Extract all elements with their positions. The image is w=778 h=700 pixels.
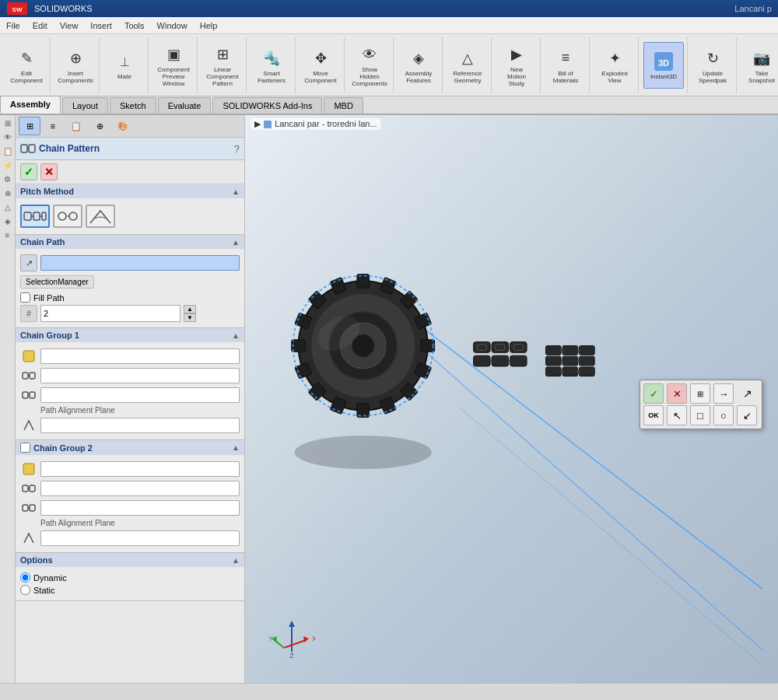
cg2-path-alignment-input[interactable] bbox=[40, 530, 240, 546]
left-icon-7[interactable]: △ bbox=[2, 201, 14, 213]
component-preview-icon: ▣ bbox=[161, 42, 186, 67]
float-cancel-button[interactable]: ✕ bbox=[667, 383, 687, 404]
mate-button[interactable]: ⟂ Mate bbox=[104, 42, 145, 89]
menu-file[interactable]: File bbox=[0, 19, 26, 32]
pitch-angle-svg bbox=[89, 208, 112, 225]
left-icon-4[interactable]: ⚡ bbox=[2, 159, 14, 171]
tabbar: Assembly Layout Sketch Evaluate SOLIDWOR… bbox=[0, 96, 778, 115]
svg-point-83 bbox=[560, 370, 563, 373]
panel-tab-appearance[interactable]: 🎨 bbox=[112, 117, 134, 135]
statusbar bbox=[0, 683, 778, 700]
tab-assembly[interactable]: Assembly bbox=[0, 96, 61, 114]
count-down-button[interactable]: ▼ bbox=[184, 313, 196, 322]
help-icon[interactable]: ? bbox=[234, 143, 240, 155]
breadcrumb-arrow: ▶ bbox=[254, 119, 263, 128]
app-title: SOLIDWORKS bbox=[34, 4, 93, 13]
chain-group2-header[interactable]: Chain Group 2 ▲ bbox=[16, 440, 244, 455]
cg1-link-input[interactable] bbox=[40, 368, 240, 383]
show-hidden-components-button[interactable]: 👁 ShowHiddenComponents bbox=[349, 40, 390, 89]
instant3d-button[interactable]: 3D Instant3D bbox=[643, 42, 684, 89]
left-icon-8[interactable]: ◈ bbox=[2, 215, 14, 227]
reference-geometry-button[interactable]: △ ReferenceGeometry bbox=[447, 42, 488, 89]
pitch-icon-distance[interactable] bbox=[53, 205, 82, 228]
left-icon-5[interactable]: ⚙ bbox=[2, 173, 14, 185]
left-icon-2[interactable]: 👁 bbox=[2, 131, 14, 143]
static-radio[interactable] bbox=[20, 585, 30, 595]
ok-button[interactable]: ✓ bbox=[20, 163, 37, 180]
take-snapshot-button[interactable]: 📷 TakeSnapshot bbox=[741, 42, 778, 89]
update-speedpak-button[interactable]: ↻ UpdateSpeedpak bbox=[692, 42, 733, 89]
pitch-icon-chain[interactable] bbox=[20, 205, 50, 228]
tab-layout[interactable]: Layout bbox=[62, 97, 108, 114]
smart-fasteners-button[interactable]: 🔩 SmartFasteners bbox=[251, 42, 292, 89]
tab-addins[interactable]: SOLIDWORKS Add-Ins bbox=[212, 97, 322, 114]
cancel-button[interactable]: ✕ bbox=[40, 163, 58, 180]
menu-help[interactable]: Help bbox=[194, 19, 224, 32]
bill-of-materials-button[interactable]: ≡ Bill ofMaterials bbox=[545, 42, 586, 89]
left-icon-3[interactable]: 📋 bbox=[2, 145, 14, 157]
panel-tab-tree[interactable]: ≡ bbox=[42, 117, 64, 135]
cg2-component-input[interactable] bbox=[40, 461, 240, 477]
pitch-icon-angle[interactable] bbox=[86, 205, 115, 228]
exploded-view-button[interactable]: ✦ ExplodedView bbox=[594, 42, 635, 89]
cg2-link-input[interactable] bbox=[40, 481, 240, 496]
menu-insert[interactable]: Insert bbox=[84, 19, 118, 32]
left-icon-6[interactable]: ⊕ bbox=[2, 187, 14, 199]
svg-rect-19 bbox=[23, 392, 28, 398]
show-hidden-icon: 👁 bbox=[357, 42, 382, 67]
panel-tab-add[interactable]: ⊕ bbox=[89, 117, 110, 135]
component-preview-button[interactable]: ▣ ComponentPreviewWindow bbox=[153, 40, 194, 89]
left-icon-1[interactable]: ⊞ bbox=[2, 117, 14, 129]
move-component-button[interactable]: ✥ MoveComponent bbox=[300, 42, 341, 89]
fill-path-checkbox[interactable] bbox=[20, 292, 30, 303]
float-cursor-button[interactable]: ↖ bbox=[667, 405, 687, 425]
tab-evaluate[interactable]: Evaluate bbox=[158, 97, 212, 114]
chain-path-input[interactable] bbox=[40, 255, 240, 271]
float-arrow-button[interactable]: ↗ bbox=[737, 383, 759, 404]
toolbar-group-ref: △ ReferenceGeometry bbox=[444, 37, 492, 93]
new-motion-study-button[interactable]: ▶ NewMotionStudy bbox=[496, 40, 537, 89]
cg1-path-alignment-input[interactable] bbox=[40, 418, 240, 433]
move-component-label: MoveComponent bbox=[304, 71, 336, 85]
take-snapshot-label: TakeSnapshot bbox=[748, 71, 775, 85]
insert-components-button[interactable]: ⊕ InsertComponents bbox=[55, 42, 96, 89]
cg2-pin-input[interactable] bbox=[40, 500, 240, 516]
menu-tools[interactable]: Tools bbox=[118, 19, 151, 32]
toolbar: ✎ Edit Component ⊕ InsertComponents ⟂ Ma… bbox=[0, 34, 778, 96]
menu-edit[interactable]: Edit bbox=[26, 19, 54, 32]
cg1-component-input[interactable] bbox=[40, 348, 240, 364]
float-box-button[interactable]: □ bbox=[690, 405, 710, 425]
float-ok-text-button[interactable]: OK bbox=[643, 405, 664, 425]
count-up-button[interactable]: ▲ bbox=[184, 305, 196, 313]
selection-manager-button[interactable]: SelectionManager bbox=[20, 275, 94, 289]
panel-tab-properties[interactable]: 📋 bbox=[65, 117, 87, 135]
linear-component-pattern-button[interactable]: ⊞ Linear ComponentPattern bbox=[202, 40, 243, 89]
menu-view[interactable]: View bbox=[54, 19, 85, 32]
float-ok-button[interactable]: ✓ bbox=[643, 383, 664, 404]
pitch-method-header[interactable]: Pitch Method ▲ bbox=[16, 184, 244, 198]
chain-group1-header[interactable]: Chain Group 1 ▲ bbox=[16, 328, 244, 342]
left-icon-strip: ⊞ 👁 📋 ⚡ ⚙ ⊕ △ ◈ ≡ bbox=[0, 115, 16, 683]
menu-window[interactable]: Window bbox=[151, 19, 194, 32]
edit-component-button[interactable]: ✎ Edit Component bbox=[6, 42, 47, 89]
float-pointer-button[interactable]: ↙ bbox=[737, 405, 757, 425]
dynamic-radio[interactable] bbox=[20, 572, 30, 583]
viewport[interactable]: ▶ Lancani par - troredni lan... bbox=[245, 115, 778, 683]
assembly-features-button[interactable]: ◈ AssemblyFeatures bbox=[398, 42, 439, 89]
tab-mbd[interactable]: MBD bbox=[324, 97, 363, 114]
left-icon-9[interactable]: ≡ bbox=[2, 229, 14, 241]
panel-tab-features[interactable]: ⊞ bbox=[19, 117, 40, 135]
chain-group2-checkbox[interactable] bbox=[20, 443, 30, 453]
float-extra-button[interactable]: → bbox=[713, 383, 734, 404]
options-header[interactable]: Options ▲ bbox=[16, 553, 244, 567]
float-circle-button[interactable]: ○ bbox=[713, 405, 734, 425]
cg2-link-row bbox=[20, 480, 240, 497]
tab-sketch[interactable]: Sketch bbox=[110, 97, 156, 114]
chain-path-header[interactable]: Chain Path ▲ bbox=[16, 235, 244, 249]
chain-path-label: Chain Path bbox=[20, 237, 65, 247]
cg1-pin-input[interactable] bbox=[40, 387, 240, 403]
float-select-button[interactable]: ⊞ bbox=[690, 383, 710, 404]
svg-rect-71 bbox=[562, 346, 578, 355]
count-input[interactable] bbox=[40, 305, 180, 322]
chain-path-pointer-icon[interactable]: ↗ bbox=[20, 254, 37, 271]
